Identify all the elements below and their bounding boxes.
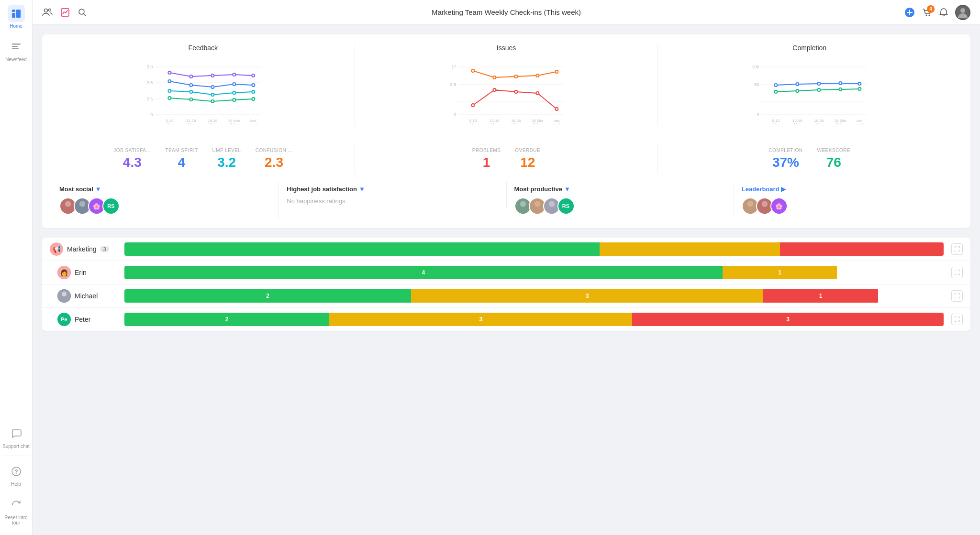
svg-point-69 — [555, 70, 558, 73]
erin-bar-green: 4 — [124, 266, 723, 279]
report-icon[interactable] — [60, 8, 70, 17]
michael-bar-green: 2 — [124, 289, 411, 303]
metric-label-weekscore: WEEKSCORE — [817, 148, 850, 153]
sidebar-item-home[interactable]: Home — [0, 0, 32, 33]
team-icon[interactable] — [42, 8, 53, 17]
svg-text:2 Apr: 2 Apr — [836, 122, 845, 124]
newsfeed-icon — [11, 41, 22, 53]
leaderboard-title[interactable]: Leaderboard ▶ — [742, 186, 953, 193]
svg-text:👩: 👩 — [60, 269, 68, 277]
most-social-avatars: 🌸 RS — [59, 197, 271, 215]
svg-point-92 — [775, 84, 778, 87]
sidebar-label-home: Home — [10, 23, 22, 29]
svg-text:Mar: Mar — [166, 122, 173, 124]
svg-point-73 — [536, 92, 539, 95]
michael-name: Michael — [50, 289, 117, 303]
erin-bar: 4 1 — [124, 266, 944, 279]
svg-point-28 — [168, 71, 171, 74]
sidebar-label-help: Help — [11, 481, 21, 487]
metric-label-spirit: TEAM SPIRIT — [165, 148, 198, 153]
michael-bar-yellow: 3 — [411, 289, 763, 303]
svg-point-113 — [79, 201, 85, 207]
metric-umf: UMF LEVEL 3.2 — [212, 148, 241, 170]
most-productive-title[interactable]: Most productive ▼ — [514, 186, 726, 193]
feedback-title: Feedback — [59, 44, 347, 52]
svg-point-101 — [858, 87, 861, 90]
content-area: Feedback 5.0 2.5 2.5 0 — [33, 25, 980, 535]
metric-label-job: JOB SATISFA... — [113, 148, 151, 153]
svg-point-17 — [929, 14, 930, 16]
most-productive-chevron: ▼ — [564, 186, 570, 193]
svg-rect-2 — [16, 10, 21, 18]
svg-point-98 — [796, 89, 799, 92]
metric-label-umf: UMF LEVEL — [212, 148, 241, 153]
expand-peter[interactable]: ⛶ — [951, 314, 963, 325]
sidebar-item-newsfeed[interactable]: Newsfeed — [0, 33, 32, 67]
feedback-chart: 5.0 2.5 2.5 0 — [59, 57, 347, 124]
svg-text:Mar: Mar — [773, 122, 780, 124]
svg-point-112 — [65, 201, 71, 207]
highest-sat-title[interactable]: Highest job satisfaction ▼ — [287, 186, 498, 193]
cart-badge: 4 — [927, 5, 935, 13]
team-count-badge: 3 — [100, 246, 109, 252]
leaderboard-link[interactable]: Leaderboard ▶ — [742, 186, 786, 193]
svg-point-65 — [471, 69, 474, 72]
svg-point-95 — [839, 82, 842, 85]
svg-point-117 — [534, 201, 540, 207]
svg-point-72 — [514, 90, 517, 93]
cart-icon[interactable]: 4 — [922, 7, 932, 18]
erin-bar-yellow: 1 — [723, 266, 837, 279]
peter-bar-yellow: 3 — [329, 313, 632, 326]
svg-text:0: 0 — [150, 112, 153, 117]
search-icon[interactable] — [78, 8, 87, 17]
svg-text:?: ? — [14, 468, 18, 475]
michael-bar-red: 1 — [763, 289, 878, 303]
metric-value-spirit: 4 — [178, 155, 186, 170]
svg-point-33 — [168, 80, 171, 83]
leaderboard-avatars: 🌸 — [742, 197, 953, 215]
team-name-label: 📢 Marketing 3 — [50, 242, 117, 256]
metric-problems: PROBLEMS 1 — [472, 148, 501, 170]
sidebar-item-reset[interactable]: Reset intro tour — [0, 491, 32, 530]
notification-icon[interactable] — [939, 8, 948, 17]
issues-title: Issues — [363, 44, 650, 52]
reset-icon — [11, 499, 22, 511]
highest-sat-chevron: ▼ — [359, 186, 365, 193]
topbar-right: 4 — [904, 5, 970, 20]
completion-chart: 100 50 0 — [666, 57, 953, 124]
avatar-rs: RS — [102, 197, 120, 215]
expand-michael[interactable]: ⛶ — [951, 290, 963, 302]
sidebar-item-help[interactable]: ? Help — [0, 458, 32, 491]
feedback-section: Feedback 5.0 2.5 2.5 0 — [52, 44, 355, 126]
most-social-title[interactable]: Most social ▼ — [59, 186, 271, 193]
metric-label-overdue: OVERDUE — [515, 148, 540, 153]
svg-point-94 — [818, 82, 821, 85]
expand-marketing[interactable]: ⛶ — [951, 243, 963, 255]
svg-point-31 — [233, 73, 235, 76]
svg-point-41 — [233, 91, 235, 94]
issues-chart: 17 8.5 0 — [363, 57, 650, 124]
svg-point-40 — [211, 93, 214, 96]
most-productive-label: Most productive — [514, 186, 562, 193]
add-button[interactable] — [904, 7, 915, 18]
svg-point-128 — [62, 292, 67, 296]
svg-point-44 — [189, 98, 192, 101]
svg-point-68 — [536, 74, 539, 77]
sidebar-bottom: Support chat ? Help Reset intro tour — [0, 420, 32, 535]
peter-bar: 2 3 3 — [124, 313, 944, 326]
user-avatar[interactable] — [955, 5, 970, 20]
svg-point-70 — [471, 104, 474, 107]
metric-value-umf: 3.2 — [217, 155, 236, 170]
metric-value-overdue: 12 — [520, 155, 535, 170]
erin-yellow-label: 1 — [778, 269, 781, 276]
svg-text:Mar: Mar — [209, 122, 216, 124]
sidebar-item-support[interactable]: Support chat — [0, 420, 32, 454]
peter-bar-green: 2 — [124, 313, 329, 326]
metric-confusion: CONFUSION ... 2.3 — [256, 148, 293, 170]
metric-team-spirit: TEAM SPIRIT 4 — [165, 148, 198, 170]
expand-erin[interactable]: ⛶ — [951, 267, 963, 278]
bar-green-marketing — [124, 242, 600, 256]
svg-text:50: 50 — [755, 82, 759, 87]
michael-green-label: 2 — [266, 293, 269, 299]
peter-yellow-label: 3 — [479, 316, 482, 323]
